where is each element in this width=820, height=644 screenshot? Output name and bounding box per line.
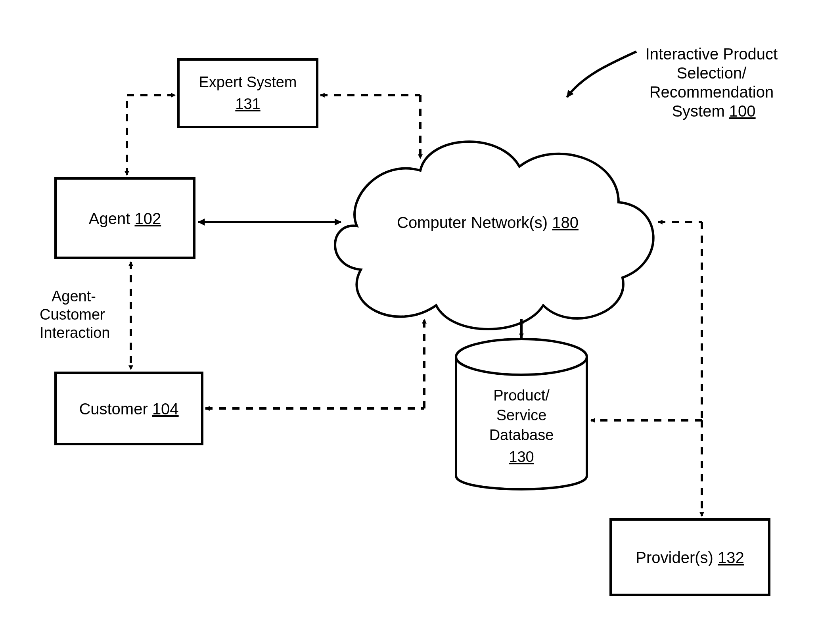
node-expert-system: Expert System 131 [178, 59, 317, 127]
svg-text:Computer Network(s) 180: Computer Network(s) 180 [397, 214, 579, 231]
title-callout: Interactive Product Selection/ Recommend… [567, 45, 782, 120]
expert-system-ref: 131 [235, 96, 260, 112]
title-l2: Selection/ [677, 64, 747, 82]
network-ref: 180 [552, 214, 579, 231]
diagram-canvas: Expert System 131 Agent 102 Customer 104… [0, 0, 820, 644]
provider-label-prefix: Provider(s) [636, 549, 718, 566]
svg-text:Customer 104: Customer 104 [79, 400, 178, 418]
provider-ref: 132 [718, 549, 744, 566]
customer-label-prefix: Customer [79, 400, 152, 418]
db-line2: Service [496, 407, 547, 424]
svg-text:Agent 102: Agent 102 [89, 210, 161, 227]
db-line1: Product/ [493, 387, 550, 404]
svg-point-8 [456, 339, 587, 375]
db-ref: 130 [509, 448, 534, 465]
customer-ref: 104 [152, 400, 179, 418]
db-line3: Database [489, 427, 554, 443]
title-l4p: System [672, 102, 729, 120]
agent-label-prefix: Agent [89, 210, 135, 227]
edge-agent-customer-label: Agent- Customer Interaction [40, 288, 110, 341]
svg-text:Interactive Product
      Sele: Interactive Product Selection/ Recommend… [646, 45, 782, 120]
svg-text:131: 131 [235, 96, 260, 112]
node-database: Product/ Service Database 130 [456, 339, 587, 489]
title-l3: Recommendation [649, 83, 774, 101]
network-label-prefix: Computer Network(s) [397, 214, 552, 231]
title-l4r: 100 [729, 102, 756, 120]
node-customer: Customer 104 [56, 373, 202, 444]
title-l1: Interactive Product [646, 45, 778, 63]
svg-text:130: 130 [509, 448, 534, 465]
svg-text:Expert System: Expert System [199, 74, 297, 90]
node-agent: Agent 102 [56, 178, 194, 258]
svg-text:Provider(s) 132: Provider(s) 132 [636, 549, 744, 566]
agent-ref: 102 [134, 210, 161, 227]
svg-text:Service: Service [496, 407, 547, 424]
svg-rect-0 [178, 59, 317, 127]
svg-text:Database: Database [489, 427, 554, 443]
expert-system-label: Expert System [199, 74, 297, 90]
svg-text:Product/: Product/ [493, 387, 550, 404]
node-provider: Provider(s) 132 [611, 519, 769, 595]
node-computer-network: Computer Network(s) 180 [335, 142, 653, 329]
